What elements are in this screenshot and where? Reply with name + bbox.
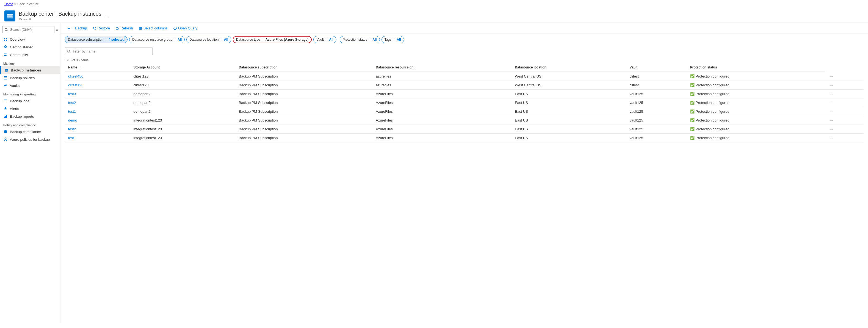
row-menu-7[interactable]: ··· [828, 135, 834, 141]
row-menu-2[interactable]: ··· [828, 91, 834, 96]
cell-menu-6[interactable]: ··· [825, 125, 864, 133]
svg-rect-13 [4, 79, 7, 80]
name-link-7[interactable]: test1 [68, 136, 76, 140]
cell-storage-1: clitest123 [130, 81, 236, 90]
status-label-3: Protection configured [696, 101, 730, 105]
status-icon-1: ✅ [690, 83, 694, 87]
sidebar-item-backup-reports[interactable]: Backup reports [0, 113, 60, 120]
row-menu-6[interactable]: ··· [828, 126, 834, 132]
status-icon-2: ✅ [690, 92, 694, 96]
col-storage-account[interactable]: Storage Account [130, 63, 236, 72]
svg-rect-6 [6, 39, 7, 41]
svg-rect-19 [6, 115, 7, 118]
row-menu-3[interactable]: ··· [828, 100, 834, 105]
status-label-0: Protection configured [696, 74, 730, 78]
cell-subscription-5: Backup PM Subscription [236, 116, 372, 125]
row-menu-0[interactable]: ··· [828, 74, 834, 79]
cell-menu-0[interactable]: ··· [825, 72, 864, 81]
cell-name-6: test2 [65, 125, 130, 133]
col-subscription[interactable]: Datasource subscription [236, 63, 372, 72]
sidebar-community-label: Community [10, 53, 28, 57]
cell-menu-5[interactable]: ··· [825, 116, 864, 125]
list-icon [3, 99, 8, 103]
sidebar-item-backup-jobs[interactable]: Backup jobs [0, 97, 60, 105]
sidebar-vaults-label: Vaults [10, 84, 20, 88]
cell-menu-7[interactable]: ··· [825, 133, 864, 142]
svg-rect-4 [6, 38, 7, 39]
filter-name-input[interactable] [65, 48, 153, 55]
filter-location[interactable]: Datasource location == All [186, 36, 231, 43]
cell-location-1: West Central US [512, 81, 626, 90]
select-columns-button[interactable]: Select columns [136, 25, 170, 31]
status-label-6: Protection configured [696, 127, 730, 131]
filter-protection-status[interactable]: Protection status == All [340, 36, 380, 43]
cell-menu-2[interactable]: ··· [825, 90, 864, 98]
filter-resource-group[interactable]: Datasource resource group == All [129, 36, 185, 43]
cell-status-4: ✅ Protection configured [687, 107, 825, 116]
name-link-5[interactable]: demo [68, 118, 77, 122]
header-more-button[interactable]: ... [105, 13, 108, 19]
filter-subscription[interactable]: Datasource subscription == 4 selected [65, 36, 127, 43]
cell-status-7: ✅ Protection configured [687, 133, 825, 142]
status-label-1: Protection configured [696, 83, 730, 87]
sidebar-item-vaults[interactable]: Vaults [0, 82, 60, 89]
filter-type[interactable]: Datasource type == Azure Files (Azure St… [233, 36, 312, 43]
search-input[interactable] [2, 26, 55, 33]
row-menu-1[interactable]: ··· [828, 83, 834, 88]
sidebar-item-alerts[interactable]: Alerts [0, 105, 60, 113]
row-menu-4[interactable]: ··· [828, 109, 834, 114]
cell-menu-1[interactable]: ··· [825, 81, 864, 90]
sidebar-backup-instances-label: Backup instances [11, 68, 41, 72]
cell-vault-0: clitest [626, 72, 687, 81]
status-icon-0: ✅ [690, 74, 694, 78]
search-bar [60, 46, 868, 57]
col-vault[interactable]: Vault [626, 63, 687, 72]
sidebar-collapse-button[interactable]: « [56, 27, 58, 32]
cell-rg-7: AzureFiles [372, 133, 512, 142]
row-menu-5[interactable]: ··· [828, 118, 834, 123]
col-protection-status[interactable]: Protection status [687, 63, 825, 72]
refresh-button[interactable]: Refresh [113, 25, 135, 31]
breadcrumb-separator: > [14, 2, 16, 6]
name-link-3[interactable]: test2 [68, 101, 76, 105]
cell-status-5: ✅ Protection configured [687, 116, 825, 125]
cell-status-0: ✅ Protection configured [687, 72, 825, 81]
page-header: Backup center | Backup instances Microso… [0, 8, 868, 23]
table-row: test1 integrationtest123 Backup PM Subsc… [65, 133, 864, 142]
cell-location-4: East US [512, 107, 626, 116]
restore-button[interactable]: Restore [90, 25, 113, 31]
name-link-1[interactable]: clitest123 [68, 83, 83, 87]
cell-rg-5: AzureFiles [372, 116, 512, 125]
sidebar-item-backup-compliance[interactable]: Backup compliance [0, 128, 60, 136]
cell-subscription-3: Backup PM Subscription [236, 98, 372, 107]
col-resource-group[interactable]: Datasource resource gr... [372, 63, 512, 72]
name-link-0[interactable]: clitest456 [68, 74, 83, 78]
sort-icon-name: ↑↓ [79, 66, 82, 69]
sidebar-item-getting-started[interactable]: Getting started [0, 43, 60, 51]
sidebar-item-azure-policies[interactable]: Azure policies for backup [0, 136, 60, 143]
sidebar-item-backup-policies[interactable]: Backup policies [0, 74, 60, 82]
cell-menu-4[interactable]: ··· [825, 107, 864, 116]
page-title: Backup center | Backup instances [19, 11, 101, 17]
cell-subscription-7: Backup PM Subscription [236, 133, 372, 142]
open-query-button[interactable]: Open Query [171, 25, 200, 31]
cell-storage-5: integrationtest123 [130, 116, 236, 125]
svg-rect-1 [7, 16, 13, 17]
cell-vault-4: vault125 [626, 107, 687, 116]
cell-menu-3[interactable]: ··· [825, 98, 864, 107]
col-name[interactable]: Name ↑↓ [65, 63, 130, 72]
cell-status-2: ✅ Protection configured [687, 90, 825, 98]
filter-vault[interactable]: Vault == All [313, 36, 336, 43]
backup-button[interactable]: + Backup [65, 25, 89, 31]
sidebar-overview-label: Overview [10, 37, 25, 41]
name-link-6[interactable]: test2 [68, 127, 76, 131]
name-link-2[interactable]: test3 [68, 92, 76, 96]
sidebar-item-community[interactable]: Community [0, 51, 60, 59]
col-location[interactable]: Datasource location [512, 63, 626, 72]
breadcrumb-home[interactable]: Home [4, 2, 13, 6]
sidebar-item-backup-instances[interactable]: Backup instances [0, 66, 60, 74]
name-link-4[interactable]: test1 [68, 110, 76, 114]
sidebar-item-overview[interactable]: Overview [0, 35, 60, 43]
filter-tags[interactable]: Tags == All [381, 36, 404, 43]
cloud-icon [3, 83, 8, 88]
